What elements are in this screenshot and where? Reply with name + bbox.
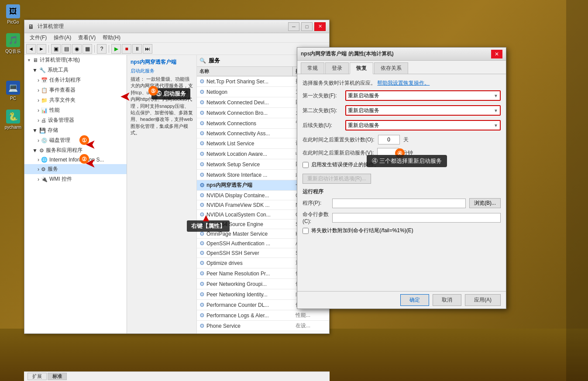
menu-action[interactable]: 操作(A) — [50, 33, 75, 42]
toolbar-sep1 — [48, 45, 49, 53]
sidebar-shared-folders[interactable]: › 📁 共享文件夹 — [24, 95, 127, 105]
tab-dependencies[interactable]: 依存关系 — [374, 62, 408, 74]
indent: › — [38, 107, 39, 113]
desktop-icon-picgo[interactable]: 🖼 PicGo — [6, 4, 20, 24]
error-stop-checkbox[interactable] — [303, 162, 309, 168]
expand-icon-apps: ▼ — [32, 148, 38, 154]
dialog-footer: 确定 取消 应用(A) — [297, 291, 506, 309]
dropdown-arrow-3: ▼ — [494, 123, 498, 128]
section-text: 选择服务失败时计算机的应应。 帮助我设置恢复操作。 — [303, 79, 501, 87]
sidebar-storage[interactable]: ▼ 💾 存储 — [24, 125, 127, 135]
toolbar-btn3[interactable]: ◉ — [72, 44, 82, 54]
help-link[interactable]: 帮助我设置恢复操作。 — [377, 80, 430, 86]
window-icon: 🖥 — [28, 23, 35, 30]
status-bar: 扩展 标准 — [24, 371, 330, 381]
sidebar-system-tools[interactable]: ▼ 🔧 系统工具 — [24, 65, 127, 75]
arrow-3: ▲ — [201, 212, 211, 224]
sidebar-disk-management[interactable]: › 💿 磁盘管理 — [24, 135, 127, 145]
sidebar-services-apps[interactable]: ▼ ⚙ 服务和应用程序 — [24, 145, 127, 155]
toolbar-back[interactable]: ◄ — [26, 44, 36, 54]
toolbar-btn4[interactable]: ▦ — [83, 44, 92, 54]
indent: › — [38, 137, 39, 144]
right-border — [566, 0, 588, 381]
storage-icon: 💾 — [39, 127, 46, 134]
disk-icon: 💿 — [41, 137, 48, 144]
sidebar-task-scheduler[interactable]: › 📅 任务计划程序 — [24, 75, 127, 85]
svc-icon-20: ⚙ — [199, 281, 205, 287]
svc-icon-4: ⚙ — [199, 120, 205, 127]
annotation-step4: ④ 三个都选择重新启动服务 — [367, 155, 447, 167]
menu-view[interactable]: 查看(V) — [75, 33, 99, 42]
start-service-link[interactable]: 启动此服务 — [131, 68, 193, 74]
services-icon: ⚙ — [41, 166, 46, 172]
program-input[interactable] — [332, 199, 466, 208]
second-failure-dropdown[interactable]: 重新启动服务 ▼ — [345, 105, 501, 116]
toolbar-forward[interactable]: ► — [37, 44, 46, 54]
maximize-button[interactable]: □ — [301, 22, 313, 31]
properties-dialog: nps内网穿透客户端 的属性(本地计算机) ✕ 常规 登录 恢复 依存关系 选择… — [297, 47, 506, 309]
indent: › — [38, 176, 39, 182]
toolbar-restart[interactable]: ⏭ — [143, 44, 152, 54]
program-label: 程序(P): — [303, 199, 329, 207]
col-name[interactable]: 名称 — [197, 67, 293, 76]
program-row: 程序(P): 浏览(B)... — [303, 198, 501, 208]
close-button[interactable]: ✕ — [314, 22, 326, 31]
toolbar-stop[interactable]: ■ — [122, 44, 131, 54]
status-tabs: 扩展 标准 — [28, 373, 67, 380]
svc-icon-10: ⚙ — [199, 182, 205, 189]
service-row-23[interactable]: ⚙Performance Logs & Aler... 性能... — [197, 310, 329, 321]
menu-bar: 文件(F) 操作(A) 查看(V) 帮助(H) — [24, 33, 329, 43]
sidebar-device-manager[interactable]: › 🖨 设备管理器 — [24, 115, 127, 125]
first-failure-dropdown[interactable]: 重新启动服务 ▼ — [345, 90, 501, 101]
apps-icon: ⚙ — [39, 148, 44, 154]
desktop-icon-pycharm[interactable]: 🐍 pycharm — [5, 110, 21, 130]
computer-management-window: 🖥 计算机管理 ─ □ ✕ 文件(F) 操作(A) 查看(V) 帮助(H) ◄ … — [24, 20, 330, 334]
toolbar-btn1[interactable]: ▣ — [51, 44, 61, 54]
desc-panel-title: nps内网穿透客户端 — [131, 58, 193, 66]
tab-standard[interactable]: 标准 — [48, 373, 67, 380]
svc-icon-3: ⚙ — [199, 110, 205, 116]
first-failure-row: 第一次失败(F): 重新启动服务 ▼ — [303, 90, 501, 101]
dialog-tabs: 常规 登录 恢复 依存关系 — [297, 61, 506, 74]
menu-help[interactable]: 帮助(H) — [99, 33, 124, 42]
sidebar-performance[interactable]: › 📊 性能 — [24, 105, 127, 115]
subsequent-failure-dropdown[interactable]: 重新启动服务 ▼ — [345, 120, 501, 130]
svc-icon-11: ⚙ — [199, 192, 205, 199]
sidebar-iis[interactable]: › 🌐 Internet Information S... — [24, 155, 127, 164]
tab-general[interactable]: 常规 — [301, 62, 324, 74]
menu-file[interactable]: 文件(F) — [26, 33, 50, 42]
fail-count-checkbox[interactable] — [303, 228, 309, 234]
toolbar-play[interactable]: ▶ — [111, 44, 121, 54]
indent: › — [38, 166, 39, 172]
desktop-icon-pc[interactable]: 💻 PC — [6, 81, 20, 101]
desktop-icon-qqmusic[interactable]: 🎵 QQ音乐 — [5, 33, 21, 55]
ok-button[interactable]: 确定 — [400, 294, 429, 306]
sidebar-root[interactable]: ▼ 🖥 计算机管理(本地) — [24, 55, 127, 65]
toolbar-help[interactable]: ? — [97, 44, 107, 54]
tab-recovery[interactable]: 恢复 — [350, 62, 373, 74]
sidebar-wmi[interactable]: › 🔌 WMI 控件 — [24, 174, 127, 184]
browse-button[interactable]: 浏览(B)... — [469, 198, 501, 208]
reset-input[interactable] — [378, 135, 400, 144]
tab-logon[interactable]: 登录 — [325, 62, 349, 74]
apply-button[interactable]: 应用(A) — [465, 294, 501, 306]
second-failure-label: 第二次失败(S): — [303, 107, 342, 114]
dialog-close-button[interactable]: ✕ — [491, 50, 502, 58]
toolbar-btn2[interactable]: ▤ — [62, 44, 71, 54]
sidebar-services[interactable]: › ⚙ 服务 — [24, 164, 127, 174]
fail-count-row: 将失败计数附加到命令行结尾(/fail=%1%)(E) — [303, 227, 501, 234]
restart-computer-btn[interactable]: 重新启动计算机选项(R)... — [303, 174, 371, 184]
service-row-24[interactable]: ⚙Phone Service 在设... — [197, 321, 329, 331]
cmd-input[interactable] — [332, 213, 501, 223]
minimize-button[interactable]: ─ — [288, 22, 299, 31]
cmd-label: 命令行参数(C): — [303, 211, 329, 224]
wmi-icon: 🔌 — [41, 176, 48, 182]
svc-icon-24: ⚙ — [199, 323, 205, 329]
sidebar-event-viewer[interactable]: › 📋 事件查看器 — [24, 85, 127, 95]
toolbar-pause[interactable]: ⏸ — [132, 44, 142, 54]
cancel-button[interactable]: 取消 — [433, 294, 461, 306]
svc-icon-9: ⚙ — [199, 172, 205, 178]
window-titlebar: 🖥 计算机管理 ─ □ ✕ — [24, 20, 329, 33]
cmd-row: 命令行参数(C): — [303, 211, 501, 224]
tab-extended[interactable]: 扩展 — [28, 373, 47, 380]
